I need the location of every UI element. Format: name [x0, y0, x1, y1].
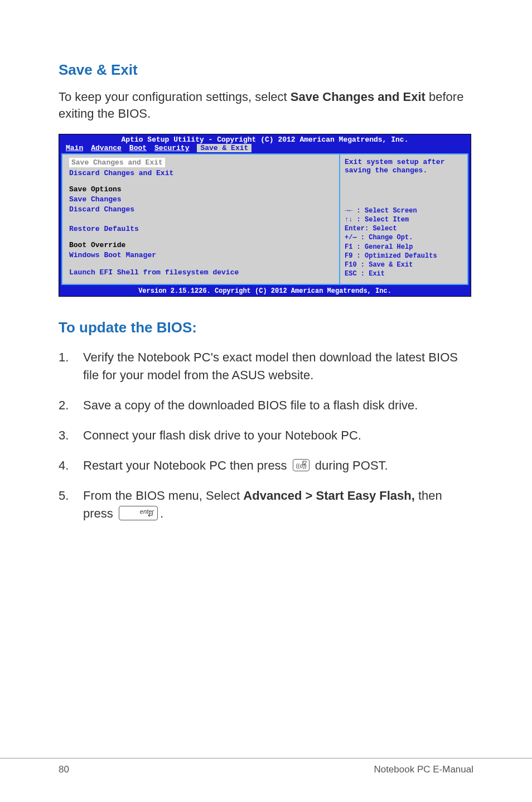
step4-after: during POST. — [312, 458, 388, 472]
bios-left-pane: Save Changes and Exit Discard Changes an… — [62, 154, 339, 284]
bios-help-line: ESC : Exit — [345, 269, 463, 278]
bios-tab-boot: Boot — [129, 144, 147, 152]
step-item: Restart your Notebook PC then press f2((… — [59, 457, 473, 475]
enter-arrow-icon: ↵ — [148, 511, 154, 519]
bios-item: Discard Changes — [69, 205, 332, 214]
bios-tab-security: Security — [154, 144, 189, 152]
bios-tabs: Main Advance Boot Security Save & Exit — [59, 144, 471, 153]
bios-item: Windows Boot Manager — [69, 251, 332, 259]
step5-after: . — [160, 506, 163, 520]
bios-item: Discard Changes and Exit — [69, 169, 332, 177]
section-heading-update-bios: To update the BIOS: — [59, 319, 473, 336]
bios-tab-advance: Advance — [91, 144, 122, 152]
bios-item: Launch EFI Shell from filesystem device — [69, 268, 332, 277]
bios-section-label: Save Options — [69, 185, 332, 194]
step-item: Verify the Notebook PC's exact model the… — [59, 349, 473, 384]
enter-key-icon: enter↵ — [119, 506, 158, 520]
bios-help-line: →← : Select Screen — [345, 206, 463, 215]
bios-help-line: F9 : Optimized Defaults — [345, 252, 463, 260]
bios-tab-save-exit: Save & Exit — [197, 144, 252, 152]
wifi-icon: ((o)) — [296, 463, 307, 469]
bios-help-line: F10 : Save & Exit — [345, 260, 463, 269]
bios-section-label: Boot Override — [69, 241, 332, 249]
intro-paragraph: To keep your configuration settings, sel… — [59, 89, 473, 122]
bios-footer: Version 2.15.1226. Copyright (C) 2012 Am… — [59, 286, 471, 296]
page-footer: 80 Notebook PC E-Manual — [0, 758, 532, 775]
manual-title: Notebook PC E-Manual — [374, 764, 473, 775]
bios-screenshot: Aptio Setup Utility - Copyright (C) 2012… — [59, 134, 471, 297]
bios-right-pane: Exit system setup after saving the chang… — [339, 154, 467, 284]
bios-item: Restore Defaults — [69, 225, 332, 233]
bios-help-line: +/— : Change Opt. — [345, 233, 463, 242]
bios-help-line: Enter: Select — [345, 224, 463, 233]
step-item: Save a copy of the downloaded BIOS file … — [59, 397, 473, 414]
section-heading-save-exit: Save & Exit — [59, 61, 473, 79]
step-item: Connect your flash disk drive to your No… — [59, 427, 473, 445]
step5-bold: Advanced > Start Easy Flash, — [243, 489, 415, 503]
bios-header: Aptio Setup Utility - Copyright (C) 2012… — [59, 134, 471, 144]
steps-list: Verify the Notebook PC's exact model the… — [59, 349, 473, 522]
step5-before: From the BIOS menu, Select — [83, 489, 243, 503]
bios-body: Save Changes and Exit Discard Changes an… — [61, 153, 468, 285]
page-number: 80 — [59, 764, 69, 775]
bios-item-selected: Save Changes and Exit — [69, 158, 165, 167]
bios-item: Save Changes — [69, 195, 332, 204]
bios-help-line: ↑↓ : Select Item — [345, 215, 463, 224]
f2-key-icon: f2((o)) — [293, 459, 309, 471]
bios-tab-main: Main — [66, 144, 83, 152]
intro-bold: Save Changes and Exit — [291, 90, 425, 104]
bios-help-line: F1 : General Help — [345, 243, 463, 252]
bios-help-description: Exit system setup after saving the chang… — [345, 158, 463, 175]
bios-help-keys: →← : Select Screen ↑↓ : Select Item Ente… — [345, 206, 463, 279]
step-item: From the BIOS menu, Select Advanced > St… — [59, 487, 473, 523]
step4-before: Restart your Notebook PC then press — [83, 458, 291, 472]
intro-text-before: To keep your configuration settings, sel… — [59, 90, 291, 104]
